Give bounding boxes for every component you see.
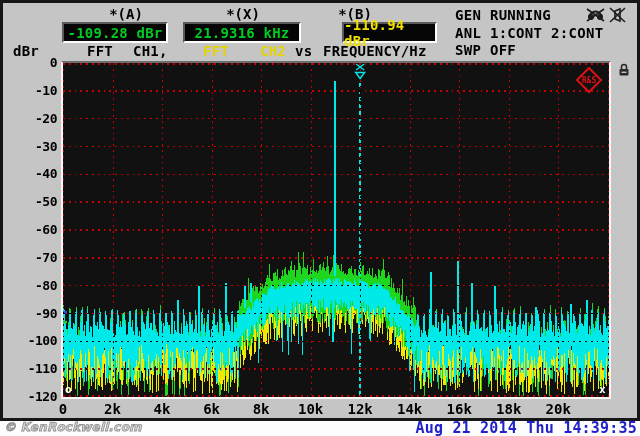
x-tick-label: 2k	[91, 401, 135, 417]
header-icons	[586, 6, 626, 24]
x-tick-label: 14k	[388, 401, 432, 417]
edge-marker-1	[63, 321, 67, 323]
y-tick-label: -80	[11, 278, 57, 293]
datetime: Aug 21 2014 Thu 14:39:35	[415, 419, 637, 436]
readout-x-value: 21.9316 kHz	[195, 25, 290, 41]
speaker-muted-icon	[609, 6, 626, 24]
x-tick-label: 18k	[487, 401, 531, 417]
y-tick-label: -50	[11, 194, 57, 209]
status-generator: GEN RUNNING	[455, 7, 551, 23]
trace-b-ch-label: CH2	[260, 43, 286, 59]
readout-b-value-box: -110.94 dBr	[342, 22, 437, 43]
x-cursor-glyph: x	[599, 383, 606, 396]
spectrum-plot-frame: R&Sox	[61, 61, 611, 399]
y-tick-label: -10	[11, 83, 57, 98]
status-analyzer: ANL 1:CONT 2:CONT	[455, 25, 603, 41]
y-tick-label: -60	[11, 222, 57, 237]
analyzer-screen: *(A) *(X) *(B) -109.28 dBr 21.9316 kHz -…	[0, 0, 640, 436]
x-tick-label: 10k	[289, 401, 333, 417]
x-tick-label: 12k	[338, 401, 382, 417]
x-tick-label: 6k	[190, 401, 234, 417]
x-tick-label: 4k	[140, 401, 184, 417]
readout-a-value: -109.28 dBr	[68, 25, 163, 41]
cursor-marker-icon	[356, 64, 365, 79]
y-tick-label: -70	[11, 250, 57, 265]
vs-label: vs	[295, 43, 312, 59]
lock-icon	[618, 63, 630, 77]
headphones-muted-icon	[586, 6, 605, 24]
y-tick-label: -110	[11, 361, 57, 376]
x-tick-label: 20k	[536, 401, 580, 417]
trace-a-ch-label: CH1,	[133, 43, 168, 59]
spectrum-plot: R&Sox	[63, 63, 609, 397]
y-tick-label: -20	[11, 111, 57, 126]
x-quantity-label: FREQUENCY/Hz	[323, 43, 427, 59]
x-tick-label: 0	[41, 401, 85, 417]
trace-b-fn-label: FFT	[203, 43, 229, 59]
readout-a-value-box: -109.28 dBr	[62, 22, 168, 43]
rs-logo-text: R&S	[582, 76, 597, 85]
readout-x-label: *(X)	[208, 6, 278, 22]
o-cursor-glyph: o	[65, 383, 72, 396]
readout-x-value-box: 21.9316 kHz	[183, 22, 301, 43]
y-tick-label: -30	[11, 139, 57, 154]
x-tick-label: 16k	[437, 401, 481, 417]
watermark: © KenRockwell.com	[4, 420, 142, 434]
trace-ch1	[64, 278, 609, 392]
status-sweep: SWP OFF	[455, 42, 516, 58]
y-tick-label: -100	[11, 333, 57, 348]
x-tick-label: 8k	[239, 401, 283, 417]
readout-a-label: *(A)	[91, 6, 161, 22]
y-tick-label: -40	[11, 166, 57, 181]
y-tick-label: -90	[11, 306, 57, 321]
y-tick-label: 0	[11, 55, 57, 70]
trace-a-fn-label: FFT	[87, 43, 113, 59]
